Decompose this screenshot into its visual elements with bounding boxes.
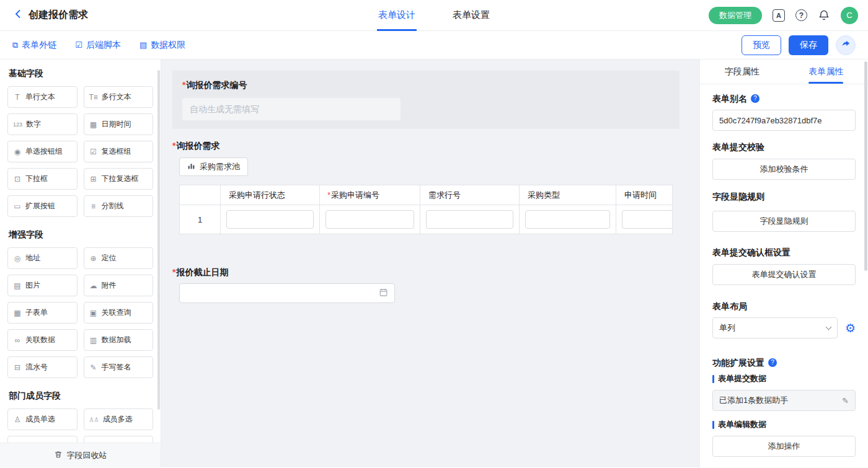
serial-number-icon: ⊟ xyxy=(13,363,22,372)
data-permission-link[interactable]: ▤ 数据权限 xyxy=(140,40,185,51)
share-icon xyxy=(841,39,851,51)
sidebar-scrollbar[interactable] xyxy=(157,70,160,410)
member-single-icon: ♙ xyxy=(13,415,22,424)
sidebar-item-expand-button[interactable]: ▭ 扩展按钮 xyxy=(7,195,78,217)
table-header-status: 采购申请行状态 xyxy=(221,185,320,205)
sidebar-item-linked-data[interactable]: ∞ 关联数据 xyxy=(7,329,78,351)
location-icon: ⊕ xyxy=(89,254,98,263)
sidebar-item-multi-select[interactable]: ⊞ 下拉复选框 xyxy=(84,168,154,190)
submit-confirm-button[interactable]: 表单提交确认设置 xyxy=(712,264,856,285)
sidebar-item-label: 成员单选 xyxy=(25,414,55,425)
back-chevron-icon xyxy=(13,9,24,22)
header-tabs: 表单设计 表单设置 xyxy=(377,0,491,31)
sidebar-item-linked-query[interactable]: ▣ 关联查询 xyxy=(84,302,154,324)
external-link-icon: ⧉ xyxy=(12,41,18,49)
cell-input-procurement-type[interactable] xyxy=(525,210,610,229)
table-row: 1 xyxy=(180,205,673,234)
cell-input-demand-line-no[interactable] xyxy=(426,210,513,229)
secondary-toolbar: ⧉ 表单外链 ☑ 后端脚本 ▤ 数据权限 预览 保存 xyxy=(0,31,868,60)
sidebar-item-location[interactable]: ⊕ 定位 xyxy=(84,247,154,269)
submit-data-label: 表单提交数据 xyxy=(712,373,856,384)
help-icon[interactable]: ? xyxy=(795,9,807,21)
avatar[interactable]: C xyxy=(841,7,858,24)
field-quote-request-no[interactable]: *询报价需求编号 xyxy=(172,71,680,129)
edit-icon[interactable]: ✎ xyxy=(842,396,849,405)
add-validation-button[interactable]: 添加校验条件 xyxy=(712,159,856,180)
recycle-label: 字段回收站 xyxy=(67,450,107,461)
sidebar-item-label: 日期时间 xyxy=(102,119,131,130)
sidebar-item-serial-number[interactable]: ⊟ 流水号 xyxy=(7,356,78,378)
field-quote-deadline[interactable]: *报价截止日期 xyxy=(172,267,680,303)
bell-icon[interactable] xyxy=(818,9,830,22)
quote-request-no-input[interactable] xyxy=(182,98,401,120)
main-area: 基础字段 T 单行文本 T≡ 多行文本 123 数字 ▦ xyxy=(0,60,868,467)
submit-data-field[interactable]: 已添加1条数据助手 ✎ xyxy=(712,390,856,411)
sidebar-item-checkbox-group[interactable]: ☑ 复选框组 xyxy=(84,141,154,162)
field-recycle-bin[interactable]: 字段回收站 xyxy=(0,443,161,467)
deadline-date-input[interactable] xyxy=(179,283,395,303)
sidebar-item-divider[interactable]: ≡ 分割线 xyxy=(84,195,154,217)
cell-input-status[interactable] xyxy=(226,210,314,229)
translate-icon[interactable]: A xyxy=(773,9,785,22)
section-marker xyxy=(712,375,714,383)
tab-form-design[interactable]: 表单设计 xyxy=(377,0,417,31)
panel-scrollbar[interactable] xyxy=(864,61,867,271)
tab-field-properties[interactable]: 字段属性 xyxy=(700,60,784,84)
sidebar-item-attachment[interactable]: ☁ 附件 xyxy=(84,275,154,296)
back-button[interactable] xyxy=(10,7,26,24)
cell-input-request-no[interactable] xyxy=(326,210,414,229)
visibility-rules-button[interactable]: 字段显隐规则 xyxy=(712,211,856,232)
add-operation-button[interactable]: 添加操作 xyxy=(712,436,856,457)
sidebar-item-datetime[interactable]: ▦ 日期时间 xyxy=(84,113,154,135)
table-header-procurement-type: 采购类型 xyxy=(520,185,616,205)
submit-confirm-label: 表单提交确认框设置 xyxy=(712,247,856,258)
extension-help-icon[interactable]: ? xyxy=(768,358,777,367)
pool-button-label: 采购需求池 xyxy=(200,161,240,172)
text-icon: T xyxy=(13,93,22,102)
sidebar-item-radio-group[interactable]: ◉ 单选按钮组 xyxy=(7,141,78,162)
sidebar-item-label: 地址 xyxy=(25,253,40,263)
cell-input-apply-time[interactable] xyxy=(622,210,673,229)
sidebar-item-label: 图片 xyxy=(25,280,40,291)
link-label: 后端脚本 xyxy=(86,40,121,51)
sidebar-item-signature[interactable]: ✎ 手写签名 xyxy=(84,356,154,378)
save-button[interactable]: 保存 xyxy=(789,35,828,55)
tab-form-settings[interactable]: 表单设置 xyxy=(451,0,491,31)
layout-gear-icon[interactable]: ⚙ xyxy=(845,322,856,334)
sidebar-item-label: 单选按钮组 xyxy=(25,146,63,157)
preview-button[interactable]: 预览 xyxy=(742,35,781,55)
table-header-demand-line-no: 需求行号 xyxy=(420,185,520,205)
toolbar-actions: 预览 保存 xyxy=(742,35,856,55)
linked-query-icon: ▣ xyxy=(89,309,98,317)
sidebar-item-number[interactable]: 123 数字 xyxy=(7,113,78,135)
form-alias-label: 表单别名 ? xyxy=(712,93,856,104)
alias-help-icon[interactable]: ? xyxy=(751,94,760,103)
tab-form-properties[interactable]: 表单属性 xyxy=(784,60,868,84)
sidebar-item-label: 分割线 xyxy=(102,201,124,211)
layout-select-value: 单列 xyxy=(719,322,735,333)
submit-data-value: 已添加1条数据助手 xyxy=(719,395,788,406)
share-button[interactable] xyxy=(836,35,856,55)
field-quote-request[interactable]: *询报价需求 采购需求池 采购申请行状态 xyxy=(172,140,680,234)
sidebar-item-data-load[interactable]: ▥ 数据加载 xyxy=(84,329,154,351)
layout-select[interactable]: 单列 xyxy=(712,317,838,338)
sidebar-item-label: 关联数据 xyxy=(25,335,55,345)
sidebar-item-label: 关联查询 xyxy=(102,307,131,318)
sidebar-item-select[interactable]: ⊡ 下拉框 xyxy=(7,168,78,190)
sidebar-item-multiline-text[interactable]: T≡ 多行文本 xyxy=(84,86,154,108)
sidebar-item-single-line-text[interactable]: T 单行文本 xyxy=(7,86,78,108)
form-alias-input[interactable] xyxy=(712,110,856,131)
data-manage-button[interactable]: 数据管理 xyxy=(709,7,762,24)
sidebar-item-member-multi[interactable]: ♙♙ 成员多选 xyxy=(84,408,154,430)
sidebar-item-subform[interactable]: ▦ 子表单 xyxy=(7,302,78,324)
sidebar-item-image[interactable]: ▤ 图片 xyxy=(7,275,78,296)
backend-script-link[interactable]: ☑ 后端脚本 xyxy=(75,40,121,51)
sidebar-item-label: 数字 xyxy=(26,119,41,130)
checkbox-group-icon: ☑ xyxy=(89,148,98,156)
sidebar-item-label: 多行文本 xyxy=(102,92,131,102)
sidebar-item-address[interactable]: ◎ 地址 xyxy=(7,247,78,269)
sidebar-item-member-single[interactable]: ♙ 成员单选 xyxy=(7,408,78,430)
procurement-pool-button[interactable]: 采购需求池 xyxy=(179,157,248,176)
form-external-link[interactable]: ⧉ 表单外链 xyxy=(12,40,56,51)
required-star: * xyxy=(172,141,175,151)
